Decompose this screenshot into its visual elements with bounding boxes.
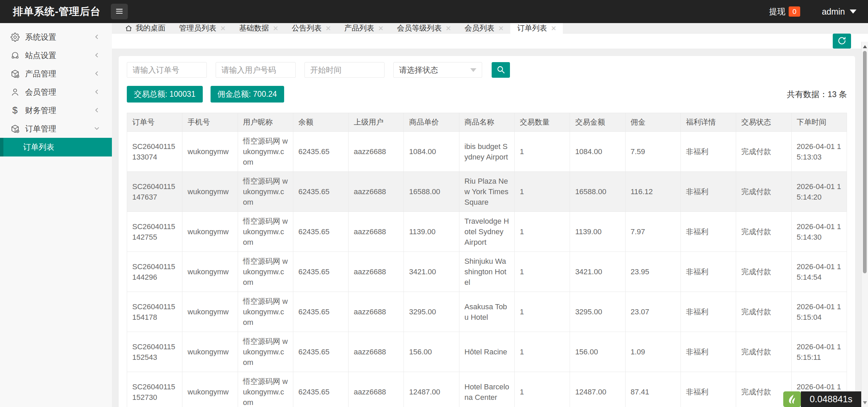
username: admin <box>822 7 845 17</box>
column-header: 福利详情 <box>680 113 736 132</box>
table-cell: Shinjuku Washington Hotel <box>459 252 514 292</box>
tab-member-level-list[interactable]: 会员等级列表× <box>390 23 458 33</box>
table-cell: aazz6688 <box>349 132 404 172</box>
site-icon <box>10 51 20 60</box>
cube-icon <box>10 124 20 133</box>
tab-close-icon[interactable]: × <box>498 24 504 33</box>
table-row: SC26040115154178wukongymw悟空源码网 wukongymw… <box>127 292 847 332</box>
table-cell: SC26040115154178 <box>127 292 182 332</box>
chevron-down-icon <box>94 124 100 133</box>
table-cell: 1 <box>515 332 570 372</box>
table-cell: SC26040115152730 <box>127 372 182 407</box>
column-header: 交易金额 <box>570 113 625 132</box>
table-cell: 悟空源码网 wukongymw.com <box>238 212 293 252</box>
vertical-scrollbar[interactable] <box>861 42 868 407</box>
dollar-icon: $ <box>10 106 20 115</box>
table-row: SC26040115152730wukongymw悟空源码网 wukongymw… <box>127 372 847 407</box>
table-header-row: 订单号手机号用户昵称余额上级用户商品单价商品名称交易数量交易金额佣金福利详情交易… <box>127 113 847 132</box>
sidebar-subitem-order-list[interactable]: 订单列表 <box>0 138 112 156</box>
tab-basic-data[interactable]: 基础数据× <box>232 23 285 33</box>
tab-product-list[interactable]: 产品列表× <box>338 23 390 33</box>
table-cell: 非福利 <box>680 372 736 407</box>
table-cell: wukongymw <box>182 332 238 372</box>
tab-close-icon[interactable]: × <box>446 24 451 33</box>
start-time-input[interactable] <box>304 62 384 78</box>
table-cell: aazz6688 <box>349 332 404 372</box>
tab-notice-list[interactable]: 公告列表× <box>285 23 337 33</box>
table-cell: Hotel Barcelona Center <box>459 372 514 407</box>
user-menu[interactable]: admin <box>822 7 856 17</box>
scroll-up-arrow-icon[interactable] <box>863 45 867 48</box>
table-cell: ibis budget Sydney Airport <box>459 132 514 172</box>
table-cell: 悟空源码网 wukongymw.com <box>238 132 293 172</box>
thinkphp-logo-icon <box>783 391 801 407</box>
sidebar-item-order-management[interactable]: 订单管理 <box>0 119 112 138</box>
withdraw-link[interactable]: 提现 0 <box>769 6 800 17</box>
table-cell: wukongymw <box>182 212 238 252</box>
column-header: 余额 <box>293 113 348 132</box>
chevron-left-icon <box>94 33 100 42</box>
stats-row: 交易总额: 100031 佣金总额: 700.24 共有数据：13 条 <box>127 86 847 103</box>
table-cell: 16588.00 <box>570 172 625 212</box>
table-cell: 62435.65 <box>293 132 348 172</box>
table-cell: 1 <box>515 292 570 332</box>
table-cell: 62435.65 <box>293 172 348 212</box>
table-cell: 2026-04-01 15:14:30 <box>791 212 847 252</box>
chevron-left-icon <box>94 106 100 115</box>
tab-close-icon[interactable]: × <box>551 24 556 33</box>
user-no-input[interactable] <box>216 62 296 78</box>
table-cell: 悟空源码网 wukongymw.com <box>238 332 293 372</box>
table-cell: 悟空源码网 wukongymw.com <box>238 252 293 292</box>
table-cell: 悟空源码网 wukongymw.com <box>238 372 293 407</box>
sidebar-item-product-management[interactable]: 产品管理 <box>0 64 112 83</box>
table-cell: 完成付款 <box>736 132 791 172</box>
commission-total-badge: 佣金总额: 700.24 <box>211 86 284 103</box>
scroll-down-arrow-icon[interactable] <box>863 401 867 404</box>
trace-badge[interactable]: 0.048841s <box>783 391 861 407</box>
tab-member-list[interactable]: 会员列表× <box>458 23 510 33</box>
tab-bar: 我的桌面管理员列表×基础数据×公告列表×产品列表×会员等级列表×会员列表×订单列… <box>112 23 868 34</box>
gear-icon <box>10 33 20 42</box>
tab-order-list[interactable]: 订单列表× <box>510 23 563 33</box>
trace-time: 0.048841s <box>801 391 861 407</box>
table-cell: 62435.65 <box>293 332 348 372</box>
chevron-left-icon <box>94 69 100 78</box>
table-cell: 完成付款 <box>736 332 791 372</box>
order-no-input[interactable] <box>127 62 207 78</box>
table-cell: aazz6688 <box>349 172 404 212</box>
sidebar-item-label: 财务管理 <box>25 105 94 116</box>
tab-close-icon[interactable]: × <box>378 24 383 33</box>
search-button[interactable] <box>492 62 510 78</box>
tab-my-desktop[interactable]: 我的桌面 <box>118 23 172 33</box>
tab-label: 会员列表 <box>465 23 494 33</box>
table-row: SC26040115147637wukongymw悟空源码网 wukongymw… <box>127 172 847 212</box>
tab-close-icon[interactable]: × <box>326 24 331 33</box>
table-cell: SC26040115133074 <box>127 132 182 172</box>
withdraw-count-badge: 0 <box>789 6 800 17</box>
table-cell: aazz6688 <box>349 252 404 292</box>
table-cell: aazz6688 <box>349 212 404 252</box>
column-header: 用户昵称 <box>238 113 293 132</box>
sidebar-item-system-settings[interactable]: 系统设置 <box>0 28 112 46</box>
column-header: 手机号 <box>182 113 238 132</box>
sidebar-item-site-settings[interactable]: 站点设置 <box>0 46 112 64</box>
refresh-icon <box>837 36 847 47</box>
filter-bar: 请选择状态 <box>127 62 847 78</box>
table-cell: 1084.00 <box>404 132 459 172</box>
tab-close-icon[interactable]: × <box>220 24 225 33</box>
tab-close-icon[interactable]: × <box>273 24 278 33</box>
caret-down-icon <box>850 10 856 14</box>
sidebar-item-finance-management[interactable]: $ 财务管理 <box>0 101 112 119</box>
main-area: 我的桌面管理员列表×基础数据×公告列表×产品列表×会员等级列表×会员列表×订单列… <box>112 23 868 407</box>
table-cell: 1 <box>515 172 570 212</box>
table-cell: 1 <box>515 252 570 292</box>
table-cell: 156.00 <box>404 332 459 372</box>
column-header: 交易数量 <box>515 113 570 132</box>
scrollbar-thumb[interactable] <box>863 51 867 273</box>
sidebar-toggle-button[interactable] <box>111 4 128 19</box>
tab-admin-list[interactable]: 管理员列表× <box>172 23 232 33</box>
table-cell: 16588.00 <box>404 172 459 212</box>
status-select[interactable]: 请选择状态 <box>393 62 482 78</box>
refresh-button[interactable] <box>833 34 851 49</box>
sidebar-item-member-management[interactable]: 会员管理 <box>0 83 112 101</box>
